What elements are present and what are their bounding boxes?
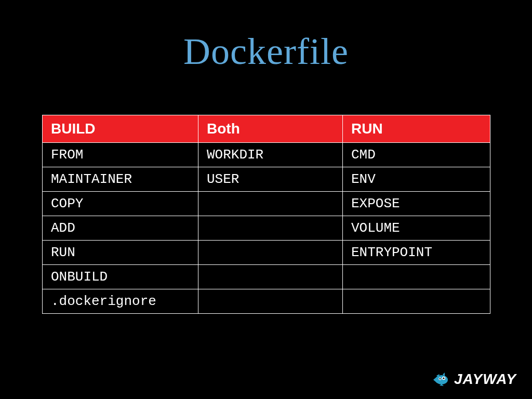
cell	[343, 289, 490, 314]
col-header-build: BUILD	[43, 115, 198, 143]
cell: USER	[198, 167, 343, 192]
cell	[343, 265, 490, 289]
cell: ENV	[343, 167, 490, 192]
table-row: .dockerignore	[43, 289, 490, 314]
table-row: FROM WORKDIR CMD	[43, 143, 490, 167]
cell	[198, 216, 343, 241]
cell: COPY	[43, 192, 198, 216]
cell	[198, 241, 343, 265]
svg-point-8	[440, 378, 441, 380]
cell: VOLUME	[343, 216, 490, 241]
cell: EXPOSE	[343, 192, 490, 216]
table-row: ADD VOLUME	[43, 216, 490, 241]
col-header-run: RUN	[343, 115, 490, 143]
table-row: RUN ENTRYPOINT	[43, 241, 490, 265]
table-row: COPY EXPOSE	[43, 192, 490, 216]
cell: MAINTAINER	[43, 167, 198, 192]
col-header-both: Both	[198, 115, 343, 143]
cell: ONBUILD	[43, 265, 198, 289]
cell	[198, 192, 343, 216]
cell: .dockerignore	[43, 289, 198, 314]
cell: ENTRYPOINT	[343, 241, 490, 265]
table-header-row: BUILD Both RUN	[43, 115, 490, 143]
cell: FROM	[43, 143, 198, 167]
cell: CMD	[343, 143, 490, 167]
cell: ADD	[43, 216, 198, 241]
brand-fish-icon	[431, 371, 450, 387]
cell	[198, 265, 343, 289]
svg-point-6	[443, 377, 444, 379]
table-row: ONBUILD	[43, 265, 490, 289]
brand-name: JAYWAY	[454, 371, 516, 388]
dockerfile-table: BUILD Both RUN FROM WORKDIR CMD MAINTAIN…	[42, 115, 490, 314]
cell: WORKDIR	[198, 143, 343, 167]
svg-marker-1	[433, 377, 437, 383]
brand-logo: JAYWAY	[431, 371, 516, 388]
svg-point-0	[435, 375, 448, 384]
page-title: Dockerfile	[0, 30, 532, 73]
table-row: MAINTAINER USER ENV	[43, 167, 490, 192]
cell: RUN	[43, 241, 198, 265]
cell	[198, 289, 343, 314]
